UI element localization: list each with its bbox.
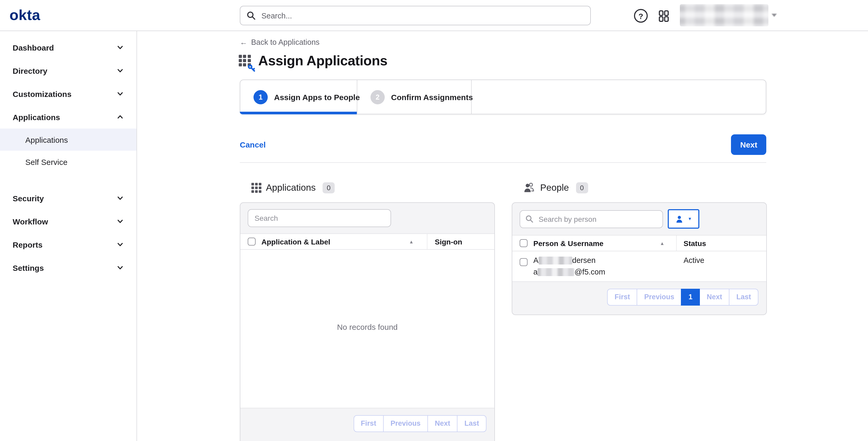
people-pagination-bar: First Previous 1 Next Last — [512, 281, 766, 312]
step-confirm-assignments[interactable]: 2 Confirm Assignments — [357, 80, 472, 114]
apps-previous-page-button[interactable]: Previous — [383, 415, 428, 432]
step-assign-apps[interactable]: 1 Assign Apps to People — [240, 80, 357, 114]
main-content: ← Back to Applications Assign Applicatio… — [137, 31, 868, 441]
page-title: Assign Applications — [239, 53, 388, 69]
applications-pagination-bar: First Previous Next Last — [240, 408, 494, 439]
wizard-actions: Cancel Next — [240, 132, 766, 156]
applications-count-badge: 0 — [322, 182, 335, 193]
chevron-down-icon — [117, 44, 124, 51]
app-launcher-icon[interactable] — [657, 9, 671, 23]
sidebar-item-label: Workflow — [13, 217, 48, 226]
sidebar-item-label: Reports — [13, 240, 42, 249]
next-button[interactable]: Next — [731, 134, 766, 155]
person-username: a @f5.com — [533, 267, 605, 276]
applications-search-bar — [240, 203, 494, 233]
divider — [240, 162, 766, 163]
sort-ascending-icon[interactable]: ▲ — [660, 241, 664, 246]
key-icon — [248, 64, 256, 72]
apps-last-page-button[interactable]: Last — [457, 415, 487, 432]
people-search-bar: ▼ — [512, 203, 766, 235]
people-next-page-button[interactable]: Next — [700, 289, 730, 305]
okta-admin-page: okta ? Dashboard Directo — [0, 0, 868, 441]
assign-applications-icon — [239, 55, 252, 68]
people-panel: ▼ Person & Username ▲ Status A dersen a — [512, 202, 767, 315]
chevron-down-icon — [117, 241, 124, 248]
chevron-down-icon — [117, 194, 124, 202]
caret-down-icon: ▼ — [688, 217, 692, 221]
applications-heading-label: Applications — [266, 182, 316, 193]
person-filter-dropdown[interactable]: ▼ — [668, 209, 700, 229]
applications-grid-icon — [251, 183, 261, 193]
user-menu[interactable] — [680, 4, 779, 26]
sidebar-item-settings[interactable]: Settings — [0, 256, 136, 279]
person-icon — [675, 215, 684, 223]
global-search-input[interactable] — [260, 11, 584, 20]
sidebar-item-dashboard[interactable]: Dashboard — [0, 36, 136, 59]
people-page-1-button[interactable]: 1 — [681, 289, 700, 305]
people-count-badge: 0 — [576, 182, 588, 193]
step-label: Assign Apps to People — [274, 92, 360, 101]
people-last-page-button[interactable]: Last — [729, 289, 758, 305]
chevron-up-icon — [117, 113, 124, 121]
application-label-column-header[interactable]: Application & Label — [261, 238, 330, 246]
wizard-steps: 1 Assign Apps to People 2 Confirm Assign… — [240, 80, 766, 114]
people-heading: People 0 — [523, 182, 588, 193]
sidebar-item-label: Applications — [13, 113, 60, 121]
sidebar-item-applications[interactable]: Applications — [0, 105, 136, 129]
select-all-people-checkbox[interactable] — [520, 239, 528, 247]
person-row[interactable]: A dersen a @f5.com Active — [512, 251, 766, 281]
sidebar-subitem-label: Applications — [25, 135, 68, 144]
people-search-input[interactable] — [537, 214, 657, 224]
sidebar-item-label: Directory — [13, 66, 48, 75]
sidebar-item-security[interactable]: Security — [0, 187, 136, 210]
people-table-header: Person & Username ▲ Status — [512, 235, 766, 251]
back-arrow-icon: ← — [240, 38, 247, 46]
search-icon — [247, 11, 256, 20]
user-name-redacted — [680, 4, 768, 26]
people-first-page-button[interactable]: First — [607, 289, 638, 305]
sidebar-item-directory[interactable]: Directory — [0, 59, 136, 82]
applications-panel: Application & Label ▲ Sign-on No records… — [240, 202, 495, 441]
column-divider — [427, 234, 427, 249]
person-name-redacted — [538, 256, 572, 264]
person-username-suffix: @f5.com — [575, 267, 605, 276]
sidebar-item-reports[interactable]: Reports — [0, 233, 136, 256]
applications-table-header: Application & Label ▲ Sign-on — [240, 233, 494, 250]
back-to-applications-link[interactable]: ← Back to Applications — [240, 38, 320, 46]
chevron-down-icon — [117, 218, 124, 225]
sort-ascending-icon[interactable]: ▲ — [409, 239, 414, 245]
user-menu-caret-icon — [772, 14, 777, 17]
person-username-column-header[interactable]: Person & Username — [533, 239, 603, 247]
status-column-header[interactable]: Status — [684, 239, 706, 247]
help-icon[interactable]: ? — [634, 9, 648, 23]
global-search[interactable] — [240, 6, 591, 25]
applications-table-body: No records found — [240, 250, 494, 408]
sign-on-column-header[interactable]: Sign-on — [435, 238, 462, 246]
page-title-text: Assign Applications — [258, 53, 388, 69]
sidebar-item-workflow[interactable]: Workflow — [0, 210, 136, 233]
person-status: Active — [684, 256, 704, 264]
no-records-text: No records found — [240, 250, 494, 332]
search-icon — [525, 215, 533, 223]
sidebar-item-customizations[interactable]: Customizations — [0, 82, 136, 105]
apps-first-page-button[interactable]: First — [353, 415, 384, 432]
people-previous-page-button[interactable]: Previous — [637, 289, 682, 305]
person-name: A dersen — [533, 256, 595, 264]
sidebar-subitem-self-service[interactable]: Self Service — [0, 151, 136, 173]
people-icon — [523, 182, 535, 193]
select-all-apps-checkbox[interactable] — [248, 238, 256, 246]
person-username-redacted — [537, 268, 575, 276]
column-divider — [676, 235, 677, 251]
cancel-button[interactable]: Cancel — [240, 140, 266, 149]
sidebar-subitem-applications[interactable]: Applications — [0, 129, 136, 151]
apps-next-page-button[interactable]: Next — [427, 415, 458, 432]
person-row-checkbox[interactable] — [520, 258, 528, 266]
back-link-label: Back to Applications — [251, 38, 320, 46]
applications-search-input[interactable] — [253, 213, 385, 223]
sidebar-subitem-label: Self Service — [25, 157, 67, 166]
okta-logo[interactable]: okta — [9, 7, 40, 23]
person-username-prefix: a — [533, 267, 537, 276]
sidebar-nav: Dashboard Directory Customizations Appli… — [0, 31, 137, 441]
sidebar-item-label: Dashboard — [13, 43, 54, 52]
people-heading-label: People — [540, 182, 569, 193]
